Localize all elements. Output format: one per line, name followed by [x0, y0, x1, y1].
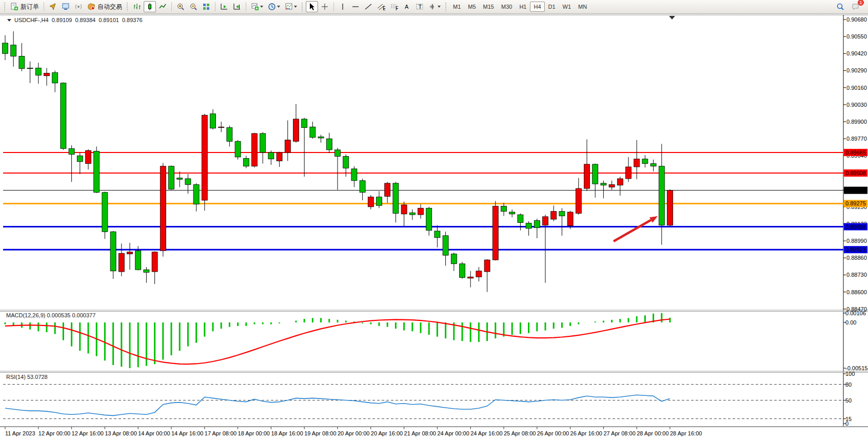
- candle-body: [526, 223, 531, 228]
- candle-body: [86, 150, 91, 164]
- candle-body: [567, 212, 573, 226]
- candle-body: [484, 260, 490, 272]
- time-tick-label: 20 Apr 16:00: [371, 430, 403, 436]
- candle-body: [285, 140, 290, 152]
- line-chart-icon: [159, 3, 167, 11]
- tf-m15[interactable]: M15: [480, 2, 498, 12]
- candle-body: [468, 277, 474, 278]
- time-tick-label: 17 Apr 08:00: [205, 430, 236, 436]
- candle-body: [551, 212, 557, 219]
- channel-tool-button[interactable]: E: [375, 1, 387, 12]
- candle-body: [426, 208, 432, 230]
- signals-button[interactable]: [72, 1, 85, 12]
- macd-tick-label: 0.00106: [845, 310, 866, 316]
- candle-body: [144, 270, 149, 272]
- price-tick-label: 0.89770: [846, 136, 867, 142]
- price-badge-label: 0.89508: [845, 170, 866, 176]
- dropdown-caret-icon[interactable]: [294, 6, 297, 8]
- candle-body: [293, 119, 299, 141]
- market-watch-button[interactable]: [60, 1, 72, 12]
- fibonacci-icon: F: [390, 3, 398, 11]
- tf-w1[interactable]: W1: [559, 2, 575, 12]
- candle-body: [351, 169, 357, 181]
- chart-shift-icon: [233, 3, 241, 11]
- zoom-in-button[interactable]: [174, 1, 187, 12]
- time-tick-label: 14 Apr 00:00: [138, 430, 170, 436]
- candle-body: [302, 119, 307, 128]
- tf-m1[interactable]: M1: [449, 2, 464, 12]
- tile-windows-button[interactable]: [200, 1, 212, 12]
- templates-button[interactable]: [283, 1, 299, 12]
- line-chart-mode-button[interactable]: [156, 1, 169, 12]
- new-order-label: 新订单: [21, 3, 39, 11]
- horizontal-line-icon: [351, 3, 360, 11]
- candle-body: [368, 197, 373, 207]
- history-center-button[interactable]: [47, 1, 59, 12]
- candle-body: [409, 213, 415, 215]
- notifications-button[interactable]: 1: [850, 1, 862, 12]
- vertical-line-tool-button[interactable]: [337, 1, 349, 12]
- price-tick-label: 0.90030: [846, 102, 867, 108]
- chart-shift-button[interactable]: [231, 1, 243, 12]
- tf-m5[interactable]: M5: [464, 2, 479, 12]
- price-tick-label: 0.90160: [846, 85, 867, 91]
- search-button[interactable]: [834, 1, 846, 12]
- candle-body: [193, 184, 199, 204]
- candle-body: [110, 232, 116, 271]
- fibonacci-tool-button[interactable]: F: [388, 1, 400, 12]
- candle-body: [102, 193, 108, 232]
- collapse-icon[interactable]: [7, 19, 11, 22]
- text-icon: A: [403, 3, 411, 11]
- dropdown-caret-icon[interactable]: [277, 6, 280, 8]
- text-tool-button[interactable]: A: [401, 1, 413, 12]
- ohlc-open: 0.89109: [52, 17, 72, 23]
- arrows-tool-button[interactable]: [426, 1, 443, 12]
- new-order-button[interactable]: 新订单: [8, 1, 41, 12]
- zoom-out-button[interactable]: [187, 1, 200, 12]
- candle-body: [135, 251, 141, 270]
- text-label-icon: T: [416, 3, 424, 11]
- crosshair-tool-button[interactable]: [319, 1, 331, 12]
- tf-h4[interactable]: H4: [530, 2, 544, 12]
- chart-canvas[interactable]: 0.906800.905500.904200.902900.901600.900…: [0, 14, 868, 439]
- candle-body: [401, 205, 407, 214]
- tf-h1[interactable]: H1: [516, 2, 530, 12]
- price-tick-label: 0.89900: [846, 119, 867, 125]
- candle-body: [559, 212, 565, 216]
- candlestick-mode-button[interactable]: [144, 1, 156, 12]
- tf-mn[interactable]: MN: [575, 2, 590, 12]
- price-tick-label: 0.90290: [846, 67, 867, 73]
- rsi-tick-label: 0: [845, 421, 849, 427]
- toolbar-grip: [4, 2, 6, 11]
- chart-title: USDCHF-,H4 0.89109 0.89384 0.89101 0.893…: [7, 17, 144, 23]
- candle-body: [252, 133, 258, 166]
- arrows-shapes-icon: [428, 3, 437, 11]
- tf-m30[interactable]: M30: [498, 2, 516, 12]
- new-chart-button[interactable]: [249, 1, 265, 12]
- candle-body: [642, 159, 648, 164]
- candle-body: [235, 141, 241, 157]
- rsi-tick-label: 50: [845, 397, 852, 404]
- search-icon: [836, 3, 844, 11]
- candle-body: [451, 254, 457, 264]
- dropdown-caret-icon[interactable]: [260, 6, 263, 8]
- auto-trading-button[interactable]: 自动交易: [85, 1, 124, 12]
- candle-body: [385, 183, 390, 197]
- candle-body: [169, 166, 174, 189]
- bar-chart-mode-button[interactable]: [131, 1, 143, 12]
- tf-d1[interactable]: D1: [545, 2, 559, 12]
- dropdown-caret-icon[interactable]: [438, 6, 441, 8]
- candle-body: [3, 43, 8, 53]
- time-tick-label: 28 Apr 16:00: [670, 430, 702, 436]
- text-label-tool-button[interactable]: T: [413, 1, 426, 12]
- horizontal-line-tool-button[interactable]: [349, 1, 362, 12]
- separator: [333, 2, 334, 11]
- ohlc-close: 0.89376: [122, 17, 143, 23]
- candle-body: [667, 190, 673, 225]
- toolbar-grip: [126, 2, 129, 11]
- tile-windows-icon: [202, 3, 210, 11]
- periods-button[interactable]: [266, 1, 282, 12]
- auto-scroll-button[interactable]: [218, 1, 230, 12]
- trendline-tool-button[interactable]: [362, 1, 374, 12]
- cursor-tool-button[interactable]: [306, 1, 318, 12]
